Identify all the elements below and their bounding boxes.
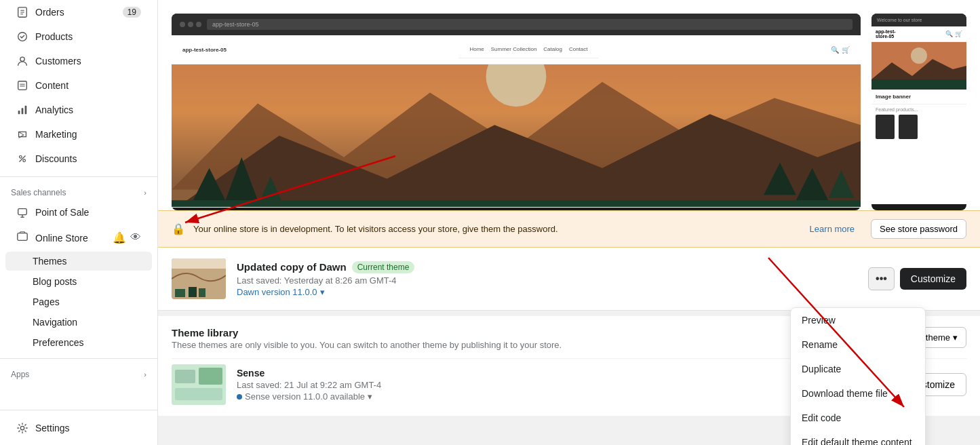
sidebar: Orders 19 Products Customers Content Ana… [0,0,158,445]
sidebar-sub-item-themes[interactable]: Themes [5,252,152,271]
online-store-icon [16,231,28,245]
content-icon [16,79,28,92]
content-label: Content [35,80,68,91]
chevron-down-icon: ▾ [320,287,325,297]
divider-3 [0,410,157,410]
mobile-preview: Welcome to our store app-test-store-05 🔍… [871,14,966,210]
sidebar-item-pos[interactable]: Point of Sale [5,201,152,224]
svg-rect-10 [22,108,24,114]
store-header: app-test-store-05 HomeSummer CollectionC… [172,35,861,64]
svg-point-13 [23,159,26,162]
version-dot [237,394,242,400]
settings-label: Settings [35,423,70,433]
more-actions-button[interactable]: ••• [868,267,895,290]
main-content: app-test-store-05 app-test-store-05 Home… [158,0,980,445]
current-theme-actions: ••• Customize [868,267,966,290]
analytics-label: Analytics [35,104,73,115]
online-store-label: Online Store [35,233,88,244]
orders-icon [16,6,28,18]
products-icon [16,31,28,43]
sidebar-item-analytics[interactable]: Analytics [5,98,152,121]
eye-icon[interactable]: 👁 [130,231,141,244]
current-theme-item: Updated copy of Dawn Current theme Last … [172,258,966,299]
dropdown-edit-code[interactable]: Edit code [791,406,925,430]
divider-1 [0,176,157,177]
svg-rect-39 [175,388,222,400]
sense-name: Sense [237,368,856,379]
sales-channels-section[interactable]: Sales channels › [0,182,157,200]
pos-label: Point of Sale [35,207,89,218]
store-hero [172,64,861,207]
svg-rect-9 [18,111,20,114]
pages-label: Pages [33,296,60,307]
mobile-chrome: Welcome to our store [871,14,966,26]
mobile-content: app-test-store-05 🔍🛒 Image banner Fe [871,26,966,204]
dropdown-rename[interactable]: Rename [791,332,925,357]
sense-info: Sense Last saved: 21 Jul at 9:22 am GMT-… [237,368,856,402]
customize-button[interactable]: Customize [900,268,966,290]
sidebar-sub-item-navigation[interactable]: Navigation [5,313,152,332]
learn-more-link[interactable]: Learn more [810,224,855,234]
store-icons: 🔍🛒 [831,46,850,54]
svg-rect-37 [175,370,195,383]
dropdown-preview[interactable]: Preview [791,308,925,332]
sidebar-item-orders[interactable]: Orders 19 [5,1,152,24]
svg-rect-18 [18,233,27,241]
svg-point-19 [20,426,24,429]
dropdown-download[interactable]: Download theme file [791,381,925,406]
customers-label: Customers [35,56,81,66]
chevron-right-icon-2: › [144,370,146,379]
mobile-banner-text: Image banner [871,90,966,104]
sidebar-item-customers[interactable]: Customers [5,50,152,73]
sidebar-item-products[interactable]: Products [5,25,152,48]
current-theme-badge: Current theme [352,261,415,273]
settings-icon [16,422,28,434]
current-theme-version[interactable]: Dawn version 11.0.0 ▾ [237,287,857,297]
discounts-icon [16,153,28,165]
sidebar-item-settings[interactable]: Settings [5,417,152,440]
apps-section[interactable]: Apps › [0,364,157,382]
marketing-icon [16,128,28,140]
svg-point-5 [20,57,24,61]
svg-rect-38 [199,368,222,385]
current-theme-meta: Last saved: Yesterday at 8:26 am GMT-4 [237,275,857,286]
theme-library-desc: These themes are only visible to you. Yo… [172,340,562,350]
apps-label: Apps [11,370,29,379]
customers-icon [16,55,28,67]
svg-rect-35 [199,288,205,297]
theme-preview-area: app-test-store-05 app-test-store-05 Home… [158,0,980,210]
chevron-right-icon: › [144,189,146,197]
browser-dots [180,22,201,27]
discounts-label: Discounts [35,153,77,164]
sidebar-sub-item-pages[interactable]: Pages [5,292,152,311]
chevron-down-icon-2: ▾ [953,332,958,343]
sidebar-sub-item-blog-posts[interactable]: Blog posts [5,272,152,291]
marketing-label: Marketing [35,129,77,140]
sidebar-item-online-store[interactable]: Online Store 🔔 👁 [5,225,152,250]
orders-label: Orders [35,7,64,18]
divider-2 [0,358,157,359]
sidebar-item-content[interactable]: Content [5,74,152,97]
see-password-button[interactable]: See store password [871,219,966,239]
svg-point-12 [20,156,22,159]
svg-rect-32 [172,258,226,269]
svg-rect-30 [871,79,966,90]
current-theme-thumbnail [172,258,226,299]
svg-rect-11 [25,106,27,115]
theme-library-title: Theme library [172,327,562,338]
store-logo: app-test-store-05 [182,47,227,53]
dropdown-duplicate[interactable]: Duplicate [791,357,925,381]
bell-icon[interactable]: 🔔 [113,231,126,244]
sidebar-item-discounts[interactable]: Discounts [5,147,152,170]
pos-icon [16,206,28,218]
sidebar-item-marketing[interactable]: Marketing [5,123,152,146]
current-theme-name: Updated copy of Dawn Current theme [237,261,857,273]
svg-rect-15 [18,209,27,215]
current-theme-info: Updated copy of Dawn Current theme Last … [237,261,857,297]
password-banner: 🔒 Your online store is in development. T… [158,210,980,248]
dropdown-edit-default[interactable]: Edit default theme content [791,430,925,445]
products-label: Products [35,31,73,42]
sidebar-sub-item-preferences[interactable]: Preferences [5,333,152,352]
chevron-down-icon-3: ▾ [368,391,372,402]
themes-label: Themes [33,256,67,267]
